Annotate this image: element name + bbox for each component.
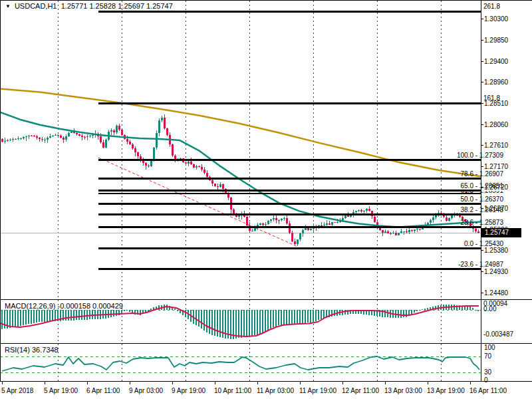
rsi-indicator-value: 36.7348 <box>32 346 59 354</box>
price-axis-label: 1.29400 <box>484 58 508 65</box>
price-axis-label: 1.27610 <box>484 142 508 149</box>
macd-axis-label: 0.00 <box>483 305 496 313</box>
time-axis-tick <box>172 382 173 384</box>
time-axis-border <box>0 381 532 382</box>
price-axis-label: 1.27170 <box>484 163 508 170</box>
trading-chart-window: 261.8161.8100.0 - 1.2730978.6 - 1.269076… <box>0 0 532 399</box>
price-axis-label: 1.29850 <box>484 37 508 44</box>
time-axis-tick <box>428 382 428 384</box>
fib-level-line <box>98 226 481 228</box>
symbol-period-label: USDCAD,H1 <box>15 2 57 10</box>
fib-level-line <box>98 213 481 215</box>
ma-fast-line <box>0 112 481 227</box>
price-axis-label: 1.26270 <box>484 205 508 212</box>
fib-level-line <box>98 203 481 205</box>
price-axis-label: 1.24480 <box>484 289 508 297</box>
fib-level-label: 50.0 - 1.26370 <box>461 196 504 203</box>
fib-level-line <box>98 178 481 180</box>
time-axis-label: 5 Apr 2018 <box>1 387 33 394</box>
macd-panel-divider[interactable] <box>0 299 532 300</box>
time-axis-label: 11 Apr 19:00 <box>299 387 336 394</box>
fib-level-line <box>98 102 481 104</box>
trendline[interactable] <box>98 158 297 247</box>
panel-border <box>0 0 532 1</box>
price-axis-label: 1.28510 <box>484 100 508 107</box>
rsi-indicator-name: RSI(14) <box>5 346 30 354</box>
price-axis-label: 1.24930 <box>484 268 508 275</box>
grid-separators-layer <box>0 0 532 399</box>
fib-level-line <box>98 159 481 161</box>
time-axis-tick <box>257 382 258 384</box>
macd-label-row: MACD(12,26,9) -0.000158 0.000429 <box>5 302 123 310</box>
fib-level-label: 78.6 - 1.26907 <box>461 170 504 178</box>
fib-level-label: 261.8 <box>483 3 500 10</box>
time-axis-label: 11 Apr 03:00 <box>257 387 294 394</box>
price-axis-border <box>481 0 481 382</box>
time-axis-label: 5 Apr 19:00 <box>44 387 78 394</box>
time-axis-tick <box>300 382 301 384</box>
macd-indicator-name: MACD(12,26,9) <box>5 302 55 310</box>
price-axis-label: 1.28960 <box>484 78 508 86</box>
price-axis-label: 1.28060 <box>484 121 508 128</box>
time-axis-label: 12 Apr 11:00 <box>342 387 379 394</box>
time-axis-tick <box>45 382 45 384</box>
rsi-axis-label: 70 <box>484 352 491 360</box>
current-price-value: 1.25747 <box>485 229 509 236</box>
time-axis-tick <box>342 382 343 384</box>
price-axis-label: 1.26720 <box>484 184 508 191</box>
time-axis-label: 6 Apr 11:00 <box>86 387 120 394</box>
fib-level-line <box>98 11 481 13</box>
indicator-panels[interactable] <box>0 0 532 399</box>
time-axis-label: 9 Apr 19:00 <box>172 387 205 394</box>
rsi-axis-label: 30 <box>484 368 491 376</box>
ohlc-values: 1.25771 1.25828 1.25697 1.25747 <box>61 2 173 10</box>
fib-level-label: 100.0 - 1.27309 <box>457 152 503 159</box>
rsi-line <box>2 356 479 371</box>
rsi-panel-divider[interactable] <box>0 343 532 344</box>
time-axis-tick <box>385 382 386 384</box>
price-axis-label: 1.30300 <box>484 15 508 23</box>
price-chart-panel[interactable] <box>0 0 532 399</box>
rsi-label-row: RSI(14) 36.7348 <box>5 346 59 354</box>
macd-indicator-values: -0.000158 0.000429 <box>57 302 122 310</box>
time-axis-label: 10 Apr 11:00 <box>214 387 251 394</box>
time-axis-label: 16 Apr 11:00 <box>469 387 507 394</box>
time-axis-tick <box>130 382 130 384</box>
price-axis-label: 1.25380 <box>484 247 508 254</box>
rsi-axis-label: 0 <box>484 376 488 384</box>
time-axis-tick <box>215 382 215 384</box>
time-axis-label: 13 Apr 19:00 <box>427 387 465 394</box>
rsi-axis-label: 100 <box>484 344 495 351</box>
time-axis-tick <box>2 382 3 384</box>
fib-level-label: 23.6 - 1.25873 <box>461 219 504 226</box>
current-price-tag: 1.25747 <box>481 228 521 237</box>
time-axis-label: 13 Apr 03:00 <box>384 387 422 394</box>
time-axis-tick <box>470 382 471 384</box>
fib-level-label: 0.0 - 1.25430 <box>464 240 503 247</box>
macd-axis-label: -0.003487 <box>483 331 513 338</box>
symbol-dropdown-icon[interactable]: ▼ <box>5 2 11 11</box>
macd-signal-line <box>0 306 479 336</box>
fib-level-line <box>98 247 481 249</box>
panel-border <box>0 0 1 382</box>
time-axis-tick <box>87 382 88 384</box>
time-axis-label: 9 Apr 03:00 <box>129 387 163 394</box>
chart-title: ▼USDCAD,H1 1.25771 1.25828 1.25697 1.257… <box>5 2 173 11</box>
fib-level-line <box>98 268 481 270</box>
